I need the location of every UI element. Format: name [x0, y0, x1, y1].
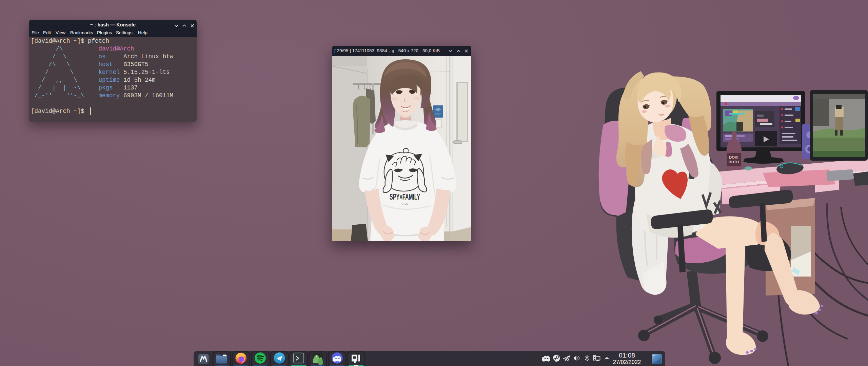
- svg-text:DOKI: DOKI: [729, 155, 738, 159]
- svg-text:BUTU: BUTU: [729, 160, 739, 164]
